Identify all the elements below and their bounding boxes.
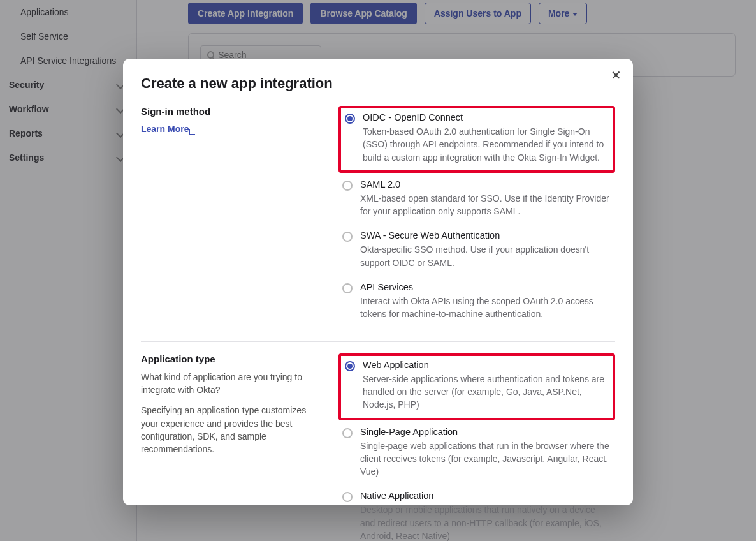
- create-app-integration-modal: ✕ Create a new app integration Sign-in m…: [123, 59, 633, 505]
- option-body: SWA - Secure Web AuthenticationOkta-spec…: [360, 230, 611, 269]
- close-button[interactable]: ✕: [611, 68, 622, 83]
- radio-icon[interactable]: [342, 181, 353, 191]
- option-description: Desktop or mobile applications that run …: [360, 503, 611, 541]
- learn-more-label: Learn More: [141, 124, 189, 134]
- external-link-icon: [192, 126, 198, 132]
- apptype-heading: Application type: [141, 353, 326, 364]
- option-description: Token-based OAuth 2.0 authentication for…: [363, 125, 609, 164]
- signin-options: OIDC - OpenID ConnectToken-based OAuth 2…: [338, 106, 615, 330]
- option-body: Native ApplicationDesktop or mobile appl…: [360, 491, 611, 541]
- option-body: Single-Page ApplicationSingle-page web a…: [360, 427, 611, 478]
- option-title: SAML 2.0: [360, 179, 611, 189]
- signin-option-saml-2-0[interactable]: SAML 2.0XML-based open standard for SSO.…: [338, 175, 615, 227]
- apptype-option-single-page-application[interactable]: Single-Page ApplicationSingle-page web a…: [338, 423, 615, 487]
- modal-overlay[interactable]: ✕ Create a new app integration Sign-in m…: [0, 0, 756, 541]
- option-body: Web ApplicationServer-side applications …: [363, 360, 609, 411]
- option-title: OIDC - OpenID Connect: [363, 112, 609, 122]
- signin-option-oidc-openid-connect[interactable]: OIDC - OpenID ConnectToken-based OAuth 2…: [338, 106, 615, 173]
- option-description: Okta-specific SSO method. Use if your ap…: [360, 243, 611, 269]
- radio-icon[interactable]: [345, 361, 355, 371]
- signin-heading: Sign-in method: [141, 106, 326, 117]
- option-description: Single-page web applications that run in…: [360, 440, 611, 478]
- option-title: Single-Page Application: [360, 427, 611, 437]
- radio-icon[interactable]: [345, 114, 355, 124]
- learn-more-link[interactable]: Learn More: [141, 124, 198, 134]
- radio-icon[interactable]: [342, 428, 353, 438]
- option-body: API ServicesInteract with Okta APIs usin…: [360, 282, 611, 321]
- divider: [141, 341, 615, 342]
- option-description: Interact with Okta APIs using the scoped…: [360, 295, 611, 321]
- option-description: XML-based open standard for SSO. Use if …: [360, 192, 611, 218]
- signin-method-section: Sign-in method Learn More OIDC - OpenID …: [141, 106, 615, 334]
- apptype-option-native-application[interactable]: Native ApplicationDesktop or mobile appl…: [338, 487, 615, 541]
- option-body: OIDC - OpenID ConnectToken-based OAuth 2…: [363, 112, 609, 164]
- option-title: Native Application: [360, 491, 611, 501]
- apptype-options: Web ApplicationServer-side applications …: [338, 353, 615, 541]
- option-title: SWA - Secure Web Authentication: [360, 230, 611, 241]
- close-icon: ✕: [611, 68, 622, 82]
- radio-icon[interactable]: [342, 232, 353, 242]
- option-title: API Services: [360, 282, 611, 292]
- apptype-option-web-application[interactable]: Web ApplicationServer-side applications …: [338, 353, 615, 420]
- option-title: Web Application: [363, 360, 609, 370]
- application-type-section: Application type What kind of applicatio…: [141, 353, 615, 541]
- apptype-para-2: Specifying an application type customize…: [141, 404, 326, 456]
- signin-option-api-services[interactable]: API ServicesInteract with Okta APIs usin…: [338, 278, 615, 330]
- signin-option-swa-secure-web-authentication[interactable]: SWA - Secure Web AuthenticationOkta-spec…: [338, 226, 615, 278]
- option-description: Server-side applications where authentic…: [363, 373, 609, 411]
- radio-icon[interactable]: [342, 283, 353, 293]
- option-body: SAML 2.0XML-based open standard for SSO.…: [360, 179, 611, 218]
- apptype-para-1: What kind of application are you trying …: [141, 371, 326, 397]
- radio-icon[interactable]: [342, 492, 353, 502]
- modal-title: Create a new app integration: [141, 75, 615, 92]
